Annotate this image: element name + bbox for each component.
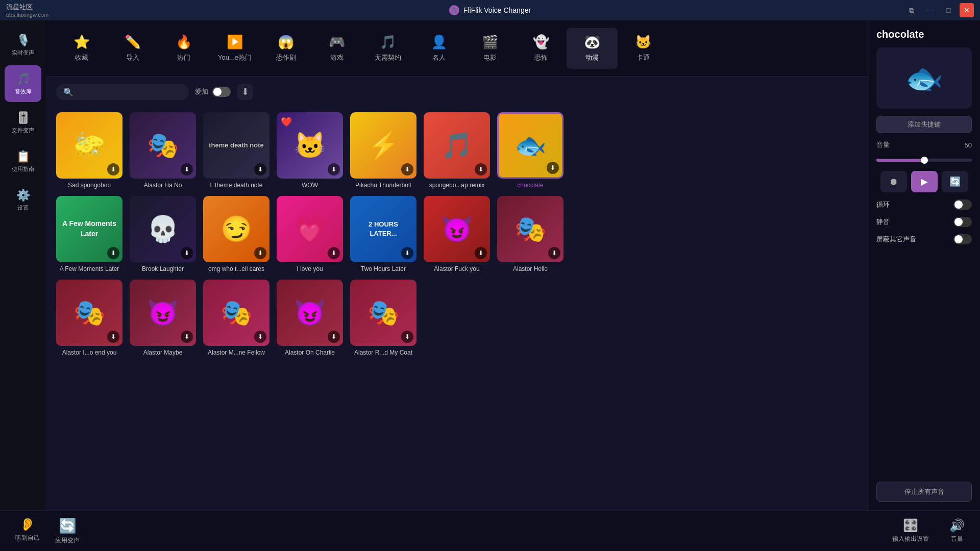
sidebar-item-filechange[interactable]: 🎚️ 文件变声 (5, 104, 41, 141)
card-label: Two Hours Later (350, 265, 416, 272)
tab-free[interactable]: 🎵 无需契约 (362, 28, 413, 69)
sound-card-alastor-m[interactable]: 🎭 ⬇ Alastor M...ne Fellow (203, 280, 270, 356)
loop-toggle-knob (954, 201, 963, 209)
restore-button[interactable]: ⧉ (904, 3, 919, 17)
tab-hot[interactable]: 🔥 热门 (158, 28, 209, 69)
sound-card-alastor-r[interactable]: 🎭 ⬇ Alastor R...d My Coat (350, 280, 416, 356)
loop-toggle[interactable] (953, 199, 972, 210)
download-icon[interactable]: ⬇ (328, 331, 340, 343)
tab-youtube[interactable]: ▶️ You...e热门 (209, 28, 260, 69)
download-icon[interactable]: ⬇ (107, 331, 119, 343)
tab-collect[interactable]: ⭐ 收藏 (56, 28, 107, 69)
download-icon[interactable]: ⬇ (107, 247, 119, 259)
sound-card-omg[interactable]: 😏 ⬇ omg who t...ell cares (203, 196, 270, 272)
mute-others-toggle-row: 屏蔽其它声音 (876, 234, 972, 244)
download-icon[interactable]: ⬇ (401, 247, 413, 259)
sidebar-item-guide[interactable]: 📋 使用指南 (5, 143, 41, 180)
download-icon[interactable]: ⬇ (475, 247, 487, 259)
youtube-label: You...e热门 (218, 53, 252, 62)
volume-button[interactable]: 🔊 音量 (949, 518, 965, 543)
minimize-button[interactable]: — (923, 3, 937, 17)
download-icon[interactable]: ⬇ (547, 162, 559, 174)
loop-toggle-row: 循环 (876, 199, 972, 210)
stop-all-button[interactable]: 停止所有声音 (876, 482, 972, 502)
apply-voice-button[interactable]: 🔄 应用变声 (55, 517, 80, 545)
volume-row: 音量 50 (876, 140, 972, 149)
download-icon[interactable]: ⬇ (328, 163, 340, 176)
tab-game[interactable]: 🎮 游戏 (311, 28, 362, 69)
sound-card-sad-spongebob[interactable]: 🧽 ⬇ Sad spongobob (56, 112, 122, 189)
record-button[interactable]: ⏺ (880, 171, 907, 192)
tab-movie[interactable]: 🎬 电影 (464, 28, 516, 69)
download-icon[interactable]: ⬇ (107, 163, 119, 176)
tab-import[interactable]: ✏️ 导入 (107, 28, 158, 69)
app-title: FliFlik Voice Changer (463, 6, 531, 14)
sidebar-item-realtime[interactable]: 🎙️ 实时变声 (5, 27, 41, 63)
mute-others-toggle[interactable] (953, 234, 972, 244)
sound-card-two-hours[interactable]: 2 HOURS LATER... ⬇ Two Hours Later (350, 196, 416, 272)
listen-self-button[interactable]: 👂 听到自己 (15, 517, 40, 545)
loop-icon: 🔄 (949, 176, 961, 187)
stop-all-label: 停止所有声音 (904, 487, 944, 496)
apply-voice-label: 应用变声 (55, 536, 80, 545)
app-icon: 🎵 (449, 5, 459, 15)
volume-fill (876, 159, 924, 162)
card-thumb: 😈 ⬇ (277, 280, 343, 346)
sound-card-death-note[interactable]: theme death note ⬇ L theme death note (203, 112, 270, 189)
tab-terror[interactable]: 👻 恐怖 (516, 28, 567, 69)
sound-card-alastor-hello[interactable]: 🎭 ⬇ Alastor Hello (497, 196, 564, 272)
right-panel: chocolate 🐟 添加快捷键 音量 50 ⏺ ▶ 🔄 循环 (868, 20, 980, 510)
sound-card-spongebob-remix[interactable]: 🎵 ⬇ spongebo...ap remix (424, 112, 490, 189)
card-label: WOW (277, 182, 343, 189)
download-all-button[interactable]: ⬇ (237, 84, 253, 100)
titlebar-center: 🎵 FliFlik Voice Changer (449, 5, 531, 15)
download-icon[interactable]: ⬇ (475, 163, 487, 176)
volume-handle[interactable] (921, 157, 928, 164)
add-shortcut-button[interactable]: 添加快捷键 (876, 116, 972, 133)
download-icon[interactable]: ⬇ (254, 331, 266, 343)
maximize-button[interactable]: □ (941, 3, 955, 17)
search-input[interactable] (78, 88, 180, 96)
download-icon[interactable]: ⬇ (254, 163, 266, 176)
sidebar-item-soundlib[interactable]: 🎵 音效库 (5, 65, 41, 102)
loop-play-button[interactable]: 🔄 (942, 171, 968, 192)
card-label: omg who t...ell cares (203, 265, 270, 272)
sound-card-alastor-maybe[interactable]: 😈 ⬇ Alastor Maybe (130, 280, 196, 356)
sound-card-few-moments[interactable]: A Few Moments Later ⬇ A Few Moments Late… (56, 196, 122, 272)
sound-card-alastor-oh[interactable]: 😈 ⬇ Alastor Oh Charlie (277, 280, 343, 356)
hot-icon: 🔥 (176, 34, 192, 50)
tab-celeb[interactable]: 👤 名人 (413, 28, 464, 69)
mute-toggle[interactable] (953, 217, 972, 227)
sound-card-alastor-fuck[interactable]: 😈 ⬇ Alastor Fuck you (424, 196, 490, 272)
play-button[interactable]: ▶ (911, 171, 938, 192)
download-icon[interactable]: ⬇ (401, 331, 413, 343)
tab-horror[interactable]: 😱 恐作剧 (260, 28, 311, 69)
youtube-icon: ▶️ (227, 34, 243, 50)
volume-slider[interactable] (876, 159, 972, 162)
download-icon[interactable]: ⬇ (401, 163, 413, 176)
download-icon[interactable]: ⬇ (181, 331, 193, 343)
download-icon[interactable]: ⬇ (181, 247, 193, 259)
card-label: Alastor Oh Charlie (277, 349, 343, 356)
sound-card-chocolate[interactable]: 🐟 ⬇ chocolate (497, 112, 564, 189)
download-icon[interactable]: ⬇ (254, 247, 266, 259)
sound-card-brook[interactable]: 💀 ⬇ Brook Laughter (130, 196, 196, 272)
card-thumb: 2 HOURS LATER... ⬇ (350, 196, 416, 262)
filechange-icon: 🎚️ (16, 111, 30, 124)
main-layout: 🎙️ 实时变声 🎵 音效库 🎚️ 文件变声 📋 使用指南 ⚙️ 设置 ⭐ 收藏 (0, 20, 980, 510)
download-icon[interactable]: ⬇ (548, 247, 560, 259)
sound-card-wow[interactable]: 🐱 ❤️ ⬇ WOW (277, 112, 343, 189)
sound-card-pikachu[interactable]: ⚡ ⬇ Pikachu Thunderbolt (350, 112, 416, 189)
download-icon[interactable]: ⬇ (328, 247, 340, 259)
close-button[interactable]: ✕ (960, 3, 974, 17)
tab-cartoon[interactable]: 🐱 卡通 (618, 28, 669, 69)
category-tabs: ⭐ 收藏 ✏️ 导入 🔥 热门 ▶️ You...e热门 😱 恐作剧 🎮 游戏 (46, 20, 868, 77)
sound-card-alastor-ha-no[interactable]: 🎭 ⬇ Alastor Ha No (130, 112, 196, 189)
io-settings-button[interactable]: 🎛️ 输入输出设置 (892, 518, 929, 543)
sound-card-alastor-i[interactable]: 🎭 ⬇ Alastor I...o end you (56, 280, 122, 356)
tab-anime[interactable]: 🐼 动漫 (567, 28, 618, 69)
sidebar-item-settings[interactable]: ⚙️ 设置 (5, 182, 41, 218)
download-icon[interactable]: ⬇ (181, 163, 193, 176)
favorite-toggle[interactable] (212, 87, 231, 97)
sound-card-love[interactable]: 💗 ⬇ I love you (277, 196, 343, 272)
